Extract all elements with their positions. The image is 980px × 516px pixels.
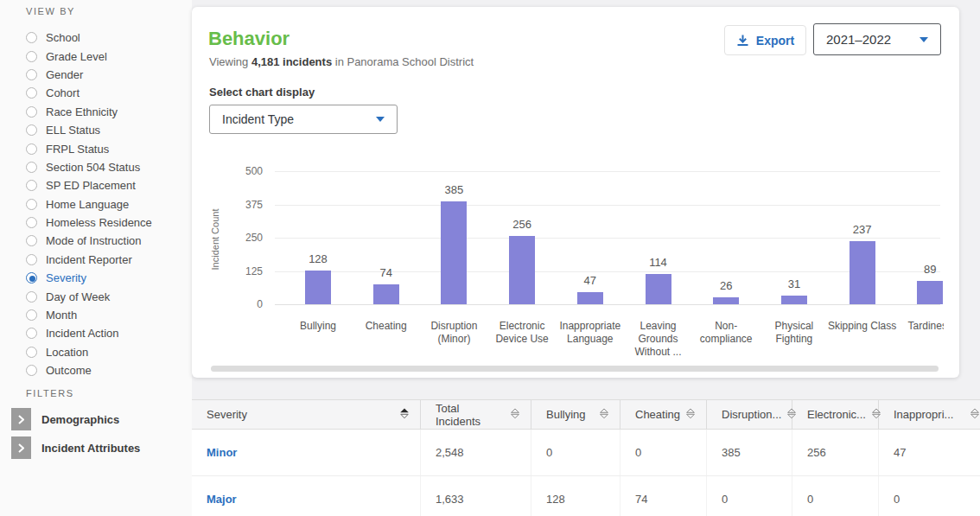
- column-header-cheating[interactable]: Cheating: [620, 400, 707, 429]
- view-by-option-section-504-status[interactable]: Section 504 Status: [26, 158, 190, 176]
- view-by-option-ell-status[interactable]: ELL Status: [26, 121, 190, 139]
- cell-value: 47: [879, 430, 980, 475]
- radio-icon[interactable]: [26, 32, 37, 43]
- view-by-option-homeless-residence[interactable]: Homeless Residence: [26, 213, 190, 232]
- cell-value: 0: [792, 476, 879, 516]
- bar-bullying[interactable]: [305, 271, 331, 304]
- column-header-severity[interactable]: Severity: [192, 400, 421, 429]
- sort-icon[interactable]: [599, 408, 609, 422]
- sort-icon[interactable]: [970, 408, 980, 422]
- radio-label: Homeless Residence: [46, 216, 152, 229]
- severity-link-major[interactable]: Major: [192, 476, 421, 516]
- x-category-label: Electronic Device Use: [485, 320, 559, 346]
- view-by-option-gender[interactable]: Gender: [26, 66, 190, 84]
- view-by-option-grade-level[interactable]: Grade Level: [26, 47, 190, 65]
- radio-icon[interactable]: [26, 180, 37, 191]
- x-category-label: Non-compliance: [689, 320, 763, 346]
- x-category-label: Disruption (Minor): [417, 320, 491, 346]
- filters-heading: FILTERS: [26, 388, 74, 398]
- bar-electronic-device-use[interactable]: [509, 236, 535, 304]
- radio-icon[interactable]: [26, 365, 37, 376]
- bar-value-label: 89: [904, 263, 944, 276]
- severity-link-minor[interactable]: Minor: [192, 430, 421, 475]
- radio-icon[interactable]: [26, 106, 37, 118]
- view-by-option-school[interactable]: School: [26, 29, 190, 47]
- view-by-option-frpl-status[interactable]: FRPL Status: [26, 139, 190, 157]
- column-header-total-incidents[interactable]: Total Incidents: [421, 400, 531, 429]
- chevron-right-icon[interactable]: [11, 436, 31, 459]
- radio-icon[interactable]: [26, 347, 37, 358]
- gridline: [275, 205, 940, 206]
- x-category-label: Tardiness: [893, 320, 944, 333]
- view-by-option-sp-ed-placement[interactable]: SP ED Placement: [26, 176, 190, 194]
- chart-display-select[interactable]: Incident Type: [209, 105, 398, 134]
- bar-skipping-class[interactable]: [850, 241, 875, 304]
- view-by-option-cohort[interactable]: Cohort: [26, 84, 190, 102]
- school-year-select[interactable]: 2021–2022: [813, 23, 941, 55]
- x-category-label: Cheating: [349, 320, 423, 333]
- export-button[interactable]: Export: [724, 25, 806, 55]
- radio-icon[interactable]: [26, 217, 37, 228]
- behavior-card: Behavior Viewing 4,181 incidents in Pano…: [192, 7, 959, 378]
- view-by-option-home-language[interactable]: Home Language: [26, 195, 190, 213]
- viewing-summary: Viewing 4,181 incidents in Panorama Scho…: [209, 55, 474, 68]
- bar-disruption-minor-[interactable]: [441, 201, 467, 304]
- radio-icon[interactable]: [26, 328, 37, 339]
- column-header-disruption-[interactable]: Disruption...: [707, 400, 792, 429]
- bar-non-compliance[interactable]: [713, 297, 739, 304]
- filter-group-label: Incident Attributes: [31, 436, 140, 459]
- radio-icon[interactable]: [26, 87, 37, 99]
- bar-cheating[interactable]: [373, 284, 399, 304]
- column-header-inappropri-[interactable]: Inappropri...: [879, 400, 980, 429]
- bar-value-label: 47: [564, 274, 616, 287]
- view-by-option-month[interactable]: Month: [26, 306, 190, 324]
- bar-value-label: 128: [292, 252, 344, 265]
- bar-tardiness[interactable]: [917, 281, 943, 304]
- view-by-option-severity[interactable]: Severity: [26, 269, 190, 287]
- radio-label: School: [46, 31, 80, 44]
- view-by-heading: VIEW BY: [26, 6, 75, 16]
- cell-value: 0: [707, 476, 792, 516]
- radio-icon[interactable]: [26, 235, 37, 246]
- chart-horizontal-scrollbar[interactable]: [211, 366, 939, 372]
- x-category-label: Skipping Class: [825, 320, 900, 333]
- view-by-option-race-ethnicity[interactable]: Race Ethnicity: [26, 103, 190, 121]
- filter-group-demographics[interactable]: Demographics: [11, 408, 119, 430]
- radio-label: Severity: [46, 271, 86, 284]
- radio-label: Mode of Instruction: [46, 234, 142, 247]
- radio-icon[interactable]: [26, 272, 37, 283]
- column-header-electronic-[interactable]: Electronic...: [792, 400, 879, 429]
- radio-icon[interactable]: [26, 69, 37, 80]
- column-header-bullying[interactable]: Bullying: [531, 400, 620, 429]
- viewing-prefix: Viewing: [209, 55, 251, 68]
- y-axis-label: Incident Count: [210, 192, 220, 287]
- sort-icon[interactable]: [510, 408, 520, 422]
- view-by-option-location[interactable]: Location: [26, 343, 190, 361]
- bar-value-label: 31: [768, 277, 820, 290]
- view-by-option-incident-reporter[interactable]: Incident Reporter: [26, 251, 190, 269]
- bar-leaving-grounds-without-[interactable]: [646, 274, 671, 304]
- radio-icon[interactable]: [26, 309, 37, 321]
- bar-physical-fighting[interactable]: [781, 296, 807, 304]
- view-by-option-outcome[interactable]: Outcome: [26, 361, 190, 379]
- radio-icon[interactable]: [26, 162, 37, 173]
- filter-group-incident-attributes[interactable]: Incident Attributes: [11, 436, 140, 459]
- sort-icon[interactable]: [685, 408, 696, 422]
- view-by-option-day-of-week[interactable]: Day of Week: [26, 287, 190, 305]
- radio-icon[interactable]: [26, 254, 37, 265]
- sort-icon[interactable]: [399, 408, 410, 422]
- radio-icon[interactable]: [26, 291, 37, 303]
- view-by-option-mode-of-instruction[interactable]: Mode of Instruction: [26, 232, 190, 250]
- chevron-right-icon[interactable]: [11, 408, 31, 430]
- radio-icon[interactable]: [26, 199, 37, 210]
- chevron-down-icon: [376, 117, 385, 122]
- cell-value: 0: [879, 476, 980, 516]
- bar-inappropriate-language[interactable]: [577, 292, 603, 304]
- radio-icon[interactable]: [26, 51, 37, 62]
- radio-icon[interactable]: [26, 124, 37, 136]
- radio-icon[interactable]: [26, 143, 37, 155]
- severity-table: SeverityTotal IncidentsBullyingCheatingD…: [192, 399, 980, 516]
- y-tick-label: 0: [223, 298, 263, 310]
- x-category-label: Leaving Grounds Without ...: [621, 320, 696, 359]
- view-by-option-incident-action[interactable]: Incident Action: [26, 324, 190, 342]
